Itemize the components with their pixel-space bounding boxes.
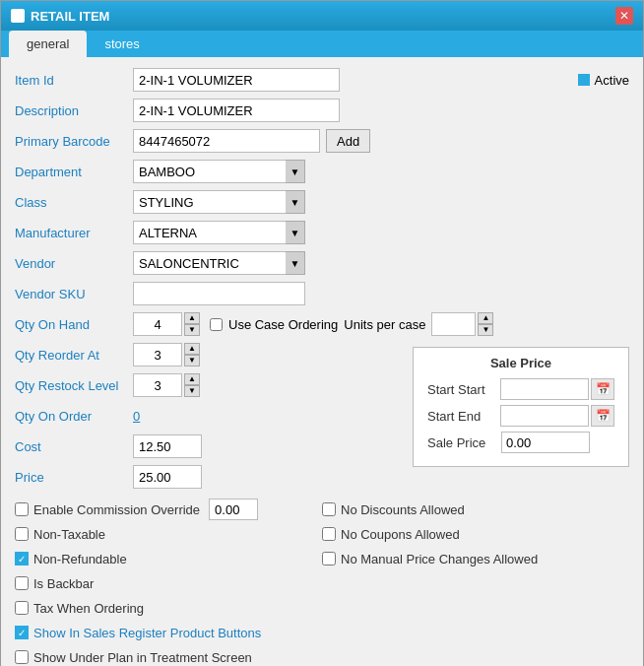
tabs-bar: general stores bbox=[1, 31, 643, 57]
no-coupons-checkbox[interactable] bbox=[322, 527, 336, 541]
window-title: RETAIL ITEM bbox=[31, 9, 109, 24]
show-under-plan-label: Show Under Plan in Treatment Screen bbox=[33, 650, 252, 665]
qty-on-order-row: Qty On Order 0 bbox=[15, 403, 285, 429]
tax-when-checkbox[interactable] bbox=[15, 601, 29, 615]
qty-on-hand-input[interactable] bbox=[133, 312, 182, 336]
manufacturer-select[interactable]: ALTERNA bbox=[133, 221, 305, 244]
vendor-select[interactable]: SALONCENTRIC bbox=[133, 251, 305, 275]
description-input[interactable] bbox=[133, 99, 340, 122]
qty-reorder-input[interactable] bbox=[133, 343, 182, 366]
units-per-case-input[interactable] bbox=[431, 312, 476, 336]
right-checks: No Discounts Allowed No Coupons Allowed … bbox=[322, 499, 629, 666]
manufacturer-select-wrap: ALTERNA ▼ bbox=[133, 221, 305, 244]
window-icon bbox=[11, 9, 25, 23]
qty-restock-spinner: ▲ ▼ bbox=[184, 373, 200, 397]
qty-reorder-row: Qty Reorder At ▲ ▼ bbox=[15, 342, 285, 367]
close-button[interactable]: ✕ bbox=[615, 7, 633, 25]
price-label: Price bbox=[15, 470, 133, 485]
sale-price-input[interactable] bbox=[501, 432, 590, 453]
qty-on-hand-row: Qty On Hand ▲ ▼ Use Case Ordering Units … bbox=[15, 311, 629, 337]
checks-area: Enable Commission Override Non-Taxable N… bbox=[15, 499, 629, 666]
active-checkbox-icon bbox=[578, 74, 590, 86]
form-content: Item Id Active Description Primary Barco… bbox=[1, 57, 643, 666]
is-backbar-checkbox[interactable] bbox=[15, 576, 29, 590]
start-end-row: Start End 📅 bbox=[427, 405, 614, 427]
use-case-checkbox[interactable] bbox=[210, 318, 223, 331]
left-checks: Enable Commission Override Non-Taxable N… bbox=[15, 499, 322, 666]
start-start-calendar[interactable]: 📅 bbox=[591, 378, 614, 400]
cost-label: Cost bbox=[15, 439, 133, 454]
commission-value-input[interactable] bbox=[209, 499, 258, 520]
commission-checkbox[interactable] bbox=[15, 502, 29, 516]
units-per-case-spinner: ▲ ▼ bbox=[478, 312, 493, 336]
non-refundable-label: Non-Refundable bbox=[33, 552, 127, 566]
price-row: Price bbox=[15, 464, 285, 490]
show-in-sales-label[interactable]: Show In Sales Register Product Buttons bbox=[33, 626, 261, 640]
restock-down[interactable]: ▼ bbox=[184, 385, 200, 397]
active-label: Active bbox=[595, 73, 629, 88]
item-id-input[interactable] bbox=[133, 68, 340, 92]
main-window: RETAIL ITEM ✕ general stores Item Id Act… bbox=[0, 0, 644, 666]
show-under-plan-checkbox[interactable] bbox=[15, 650, 29, 664]
tab-stores[interactable]: stores bbox=[87, 31, 157, 57]
non-refundable-checkbox-icon[interactable] bbox=[15, 552, 29, 566]
cost-row: Cost bbox=[15, 433, 285, 459]
sale-price-row: Sale Price bbox=[427, 432, 614, 453]
department-select[interactable]: BAMBOO bbox=[133, 160, 305, 183]
qty-on-hand-down[interactable]: ▼ bbox=[184, 324, 200, 336]
is-backbar-label: Is Backbar bbox=[33, 576, 94, 591]
qty-fields: Qty Reorder At ▲ ▼ Qty Restock Level bbox=[15, 342, 285, 495]
qty-on-hand-spinner: ▲ ▼ bbox=[184, 312, 200, 336]
reorder-up[interactable]: ▲ bbox=[184, 343, 200, 355]
qty-on-order-value[interactable]: 0 bbox=[133, 409, 140, 424]
description-row: Description bbox=[15, 98, 629, 123]
qty-restock-row: Qty Restock Level ▲ ▼ bbox=[15, 372, 285, 398]
units-per-case-wrap: ▲ ▼ bbox=[431, 312, 493, 336]
class-select-wrap: STYLING ▼ bbox=[133, 190, 305, 214]
department-row: Department BAMBOO ▼ bbox=[15, 159, 629, 184]
barcode-input[interactable] bbox=[133, 129, 320, 153]
start-start-input[interactable] bbox=[500, 378, 589, 400]
no-discounts-item: No Discounts Allowed bbox=[322, 499, 629, 520]
add-button[interactable]: Add bbox=[326, 129, 370, 153]
start-start-row: Start Start 📅 bbox=[427, 378, 614, 400]
commission-label: Enable Commission Override bbox=[33, 502, 200, 517]
tab-general[interactable]: general bbox=[9, 31, 87, 57]
qty-restock-input[interactable] bbox=[133, 373, 182, 397]
vendor-sku-row: Vendor SKU bbox=[15, 281, 629, 306]
cost-input[interactable] bbox=[133, 434, 202, 458]
description-label: Description bbox=[15, 103, 133, 118]
non-taxable-checkbox[interactable] bbox=[15, 527, 29, 541]
reorder-down[interactable]: ▼ bbox=[184, 355, 200, 366]
class-row: Class STYLING ▼ bbox=[15, 189, 629, 215]
no-manual-item: No Manual Price Changes Allowed bbox=[322, 548, 629, 569]
show-in-sales-checkbox-icon[interactable] bbox=[15, 626, 29, 639]
manufacturer-label: Manufacturer bbox=[15, 226, 133, 240]
middle-section: Qty Reorder At ▲ ▼ Qty Restock Level bbox=[15, 342, 629, 495]
start-end-label: Start End bbox=[427, 409, 500, 424]
price-input[interactable] bbox=[133, 465, 202, 489]
no-discounts-checkbox[interactable] bbox=[322, 502, 336, 516]
units-down[interactable]: ▼ bbox=[478, 324, 493, 336]
qty-restock-label: Qty Restock Level bbox=[15, 378, 133, 393]
qty-on-hand-label: Qty On Hand bbox=[15, 317, 133, 332]
title-bar: RETAIL ITEM ✕ bbox=[1, 1, 643, 31]
units-up[interactable]: ▲ bbox=[478, 312, 493, 324]
sale-price-label: Sale Price bbox=[427, 435, 501, 450]
restock-up[interactable]: ▲ bbox=[184, 373, 200, 385]
vendor-row: Vendor SALONCENTRIC ▼ bbox=[15, 250, 629, 276]
qty-restock-wrap: ▲ ▼ bbox=[133, 373, 200, 397]
start-start-label: Start Start bbox=[427, 382, 500, 397]
units-per-case-label: Units per case bbox=[344, 317, 425, 332]
qty-reorder-wrap: ▲ ▼ bbox=[133, 343, 200, 366]
no-manual-checkbox[interactable] bbox=[322, 552, 336, 566]
vendor-sku-input[interactable] bbox=[133, 282, 305, 305]
start-end-input[interactable] bbox=[500, 405, 589, 427]
vendor-label: Vendor bbox=[15, 256, 133, 271]
department-select-wrap: BAMBOO ▼ bbox=[133, 160, 305, 183]
qty-on-hand-up[interactable]: ▲ bbox=[184, 312, 200, 324]
class-select[interactable]: STYLING bbox=[133, 190, 305, 214]
item-id-label: Item Id bbox=[15, 73, 133, 88]
start-end-calendar[interactable]: 📅 bbox=[591, 405, 614, 427]
qty-reorder-label: Qty Reorder At bbox=[15, 348, 133, 363]
